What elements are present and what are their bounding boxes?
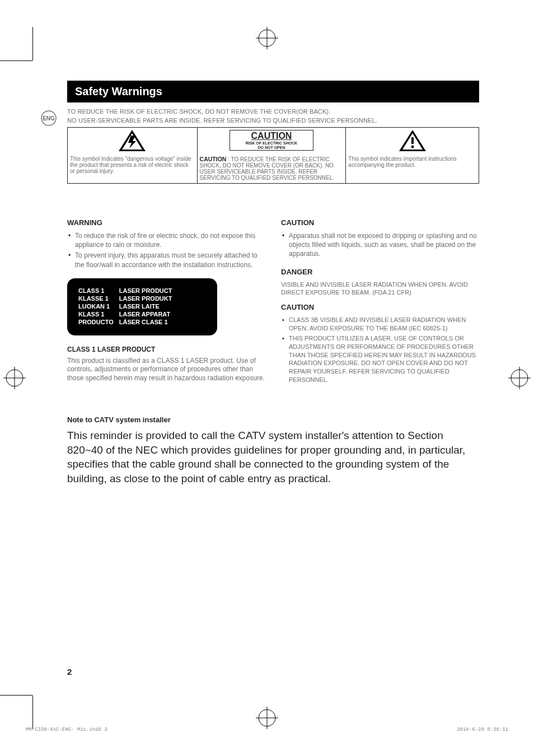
catv-note-body: This reminder is provided to call the CA… — [67, 428, 479, 486]
page-number: 2 — [67, 667, 72, 676]
right-column: CAUTION Apparatus shall not be exposed t… — [281, 218, 479, 393]
corner-mark — [0, 60, 32, 61]
crop-mark-left — [3, 367, 26, 389]
language-badge: ENG — [40, 110, 57, 129]
list-item: To prevent injury, this apparatus must b… — [67, 251, 265, 269]
intro-line-2: NO USER-SERVICEABLE PARTS ARE INSIDE. RE… — [67, 117, 479, 124]
page-title: Safety Warnings — [67, 81, 479, 102]
caution-heading-2: CAUTION — [281, 303, 479, 311]
danger-heading: DANGER — [281, 268, 479, 276]
caution-box-line1: RISK OF ELECTRIC SHOCK — [231, 141, 312, 146]
corner-mark — [0, 695, 32, 696]
class1-heading: CLASS 1 LASER PRODUCT — [67, 346, 265, 353]
svg-rect-19 — [411, 137, 414, 144]
list-item: THIS PRODUCT UTILIZES A LASER. USE OF CO… — [281, 334, 479, 384]
svg-text:ENG: ENG — [43, 115, 55, 122]
table-left-text: This symbol indicates "dangerous voltage… — [68, 155, 198, 184]
corner-mark — [32, 696, 33, 729]
svg-point-20 — [411, 146, 414, 148]
crop-mark-bottom — [256, 707, 278, 729]
danger-body: VISIBLE AND INVISIBLE LASER RADIATION WH… — [281, 281, 479, 297]
caution-list-1: Apparatus shall not be exposed to drippi… — [281, 231, 479, 259]
class1-body: This product is classified as a CLASS 1 … — [67, 357, 265, 383]
crop-mark-top — [256, 27, 278, 49]
corner-mark — [32, 27, 33, 60]
lightning-triangle-icon — [118, 129, 147, 152]
crop-mark-right — [508, 367, 531, 389]
table-mid-text: CAUTION : TO REDUCE THE RISK OF ELECTRIC… — [197, 155, 346, 184]
footer-timestamp: 2010-6-29 8:36:11 — [457, 727, 508, 732]
list-item: To reduce the risk of fire or electric s… — [67, 231, 265, 249]
left-column: WARNING To reduce the risk of fire or el… — [67, 218, 265, 393]
footer-filename: MM-C330-XAC-ENG- Mic.indd 2 — [26, 727, 107, 732]
exclamation-triangle-icon — [398, 129, 427, 152]
list-item: Apparatus shall not be exposed to drippi… — [281, 231, 479, 259]
intro-line-1: TO REDUCE THE RISK OF ELECTRIC SHOCK, DO… — [67, 108, 479, 115]
bolt-symbol-cell — [68, 128, 198, 155]
warning-heading: WARNING — [67, 218, 265, 227]
laser-class-box: CLASS 1LASER PRODUCT KLASSE 1LASER PRODU… — [67, 278, 217, 335]
catv-note-heading: Note to CATV system installer — [67, 416, 479, 424]
caution-heading-1: CAUTION — [281, 218, 479, 227]
caution-table: CAUTION RISK OF ELECTRIC SHOCK DO NOT OP… — [67, 127, 479, 184]
table-right-text: This symbol indicates important instruct… — [346, 155, 479, 184]
warning-list: To reduce the risk of fire or electric s… — [67, 231, 265, 269]
caution-box-title: CAUTION — [231, 131, 312, 141]
list-item: CLASS 3B VISIBLE AND INVISIBLE LASER RAD… — [281, 316, 479, 333]
caution-box-cell: CAUTION RISK OF ELECTRIC SHOCK DO NOT OP… — [197, 128, 346, 155]
exclamation-symbol-cell — [346, 128, 479, 155]
caution-box-line2: DO NOT OPEN — [231, 146, 312, 150]
caution-list-2: CLASS 3B VISIBLE AND INVISIBLE LASER RAD… — [281, 316, 479, 384]
